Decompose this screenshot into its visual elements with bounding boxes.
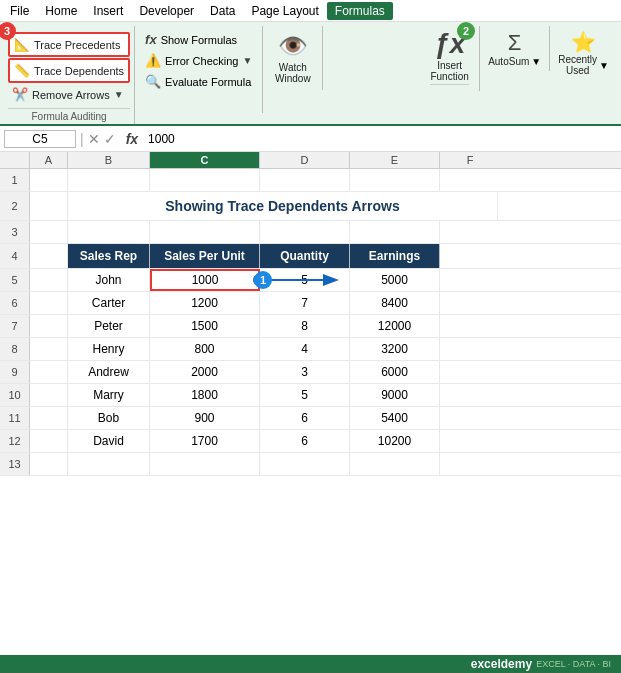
- cell-e8[interactable]: 3200: [350, 338, 440, 360]
- menu-data[interactable]: Data: [202, 2, 243, 20]
- cell-c3[interactable]: [150, 221, 260, 243]
- cell-b11[interactable]: Bob: [68, 407, 150, 429]
- cell-f6[interactable]: [440, 292, 500, 314]
- cell-f4[interactable]: [440, 244, 500, 268]
- cell-d10[interactable]: 5: [260, 384, 350, 406]
- col-header-c[interactable]: C: [150, 152, 260, 168]
- cell-f1[interactable]: [440, 169, 500, 191]
- cell-b12[interactable]: David: [68, 430, 150, 452]
- cell-a12[interactable]: [30, 430, 68, 452]
- cell-c1[interactable]: [150, 169, 260, 191]
- cell-b10[interactable]: Marry: [68, 384, 150, 406]
- cell-c12[interactable]: 1700: [150, 430, 260, 452]
- confirm-icon[interactable]: ✓: [104, 131, 116, 147]
- cell-d4-header[interactable]: Quantity: [260, 244, 350, 268]
- cell-d13[interactable]: [260, 453, 350, 475]
- col-header-b[interactable]: B: [68, 152, 150, 168]
- cell-e7[interactable]: 12000: [350, 315, 440, 337]
- cell-e10[interactable]: 9000: [350, 384, 440, 406]
- cell-a9[interactable]: [30, 361, 68, 383]
- trace-dependents-btn[interactable]: 📏 Trace Dependents: [8, 58, 130, 83]
- cell-d3[interactable]: [260, 221, 350, 243]
- remove-arrows-dropdown[interactable]: ▼: [114, 89, 124, 100]
- evaluate-formula-btn[interactable]: 🔍 Evaluate Formula: [141, 72, 256, 91]
- cell-b1[interactable]: [68, 169, 150, 191]
- cell-f9[interactable]: [440, 361, 500, 383]
- cell-b13[interactable]: [68, 453, 150, 475]
- menu-file[interactable]: File: [2, 2, 37, 20]
- cell-a1[interactable]: [30, 169, 68, 191]
- cell-c13[interactable]: [150, 453, 260, 475]
- cell-a4[interactable]: [30, 244, 68, 268]
- col-header-e[interactable]: E: [350, 152, 440, 168]
- cell-d5[interactable]: 5: [260, 269, 350, 291]
- recently-used-dropdown[interactable]: ▼: [599, 60, 609, 71]
- cell-c11[interactable]: 900: [150, 407, 260, 429]
- cell-e12[interactable]: 10200: [350, 430, 440, 452]
- cell-a7[interactable]: [30, 315, 68, 337]
- cell-f8[interactable]: [440, 338, 500, 360]
- cell-f13[interactable]: [440, 453, 500, 475]
- cell-b8[interactable]: Henry: [68, 338, 150, 360]
- cell-c10[interactable]: 1800: [150, 384, 260, 406]
- cell-f11[interactable]: [440, 407, 500, 429]
- menu-home[interactable]: Home: [37, 2, 85, 20]
- name-box[interactable]: C5: [4, 130, 76, 148]
- cell-f12[interactable]: [440, 430, 500, 452]
- cell-e13[interactable]: [350, 453, 440, 475]
- cell-a2[interactable]: [30, 192, 68, 220]
- watch-window-label[interactable]: WatchWindow: [275, 62, 311, 84]
- cell-f10[interactable]: [440, 384, 500, 406]
- cell-c5-selected[interactable]: 1000 1: [150, 269, 260, 291]
- menu-developer[interactable]: Developer: [131, 2, 202, 20]
- cell-a5[interactable]: [30, 269, 68, 291]
- menu-pagelayout[interactable]: Page Layout: [243, 2, 326, 20]
- cell-a13[interactable]: [30, 453, 68, 475]
- cell-d12[interactable]: 6: [260, 430, 350, 452]
- cell-e11[interactable]: 5400: [350, 407, 440, 429]
- autosum-label[interactable]: AutoSum: [488, 56, 529, 67]
- cell-d9[interactable]: 3: [260, 361, 350, 383]
- col-header-d[interactable]: D: [260, 152, 350, 168]
- cell-b4-header[interactable]: Sales Rep: [68, 244, 150, 268]
- insert-function-label[interactable]: InsertFunction: [430, 60, 468, 82]
- remove-arrows-btn[interactable]: ✂️ Remove Arrows ▼: [8, 84, 130, 105]
- trace-precedents-btn[interactable]: 📐 Trace Precedents: [8, 32, 130, 57]
- col-header-a[interactable]: A: [30, 152, 68, 168]
- cell-f3[interactable]: [440, 221, 500, 243]
- error-checking-btn[interactable]: ⚠️ Error Checking ▼: [141, 51, 256, 70]
- cell-a11[interactable]: [30, 407, 68, 429]
- recently-used-label[interactable]: RecentlyUsed: [558, 54, 597, 76]
- cell-c9[interactable]: 2000: [150, 361, 260, 383]
- cell-d1[interactable]: [260, 169, 350, 191]
- cell-b7[interactable]: Peter: [68, 315, 150, 337]
- autosum-dropdown[interactable]: ▼: [531, 56, 541, 67]
- cell-a3[interactable]: [30, 221, 68, 243]
- cell-c7[interactable]: 1500: [150, 315, 260, 337]
- error-checking-dropdown[interactable]: ▼: [242, 55, 252, 66]
- cell-c8[interactable]: 800: [150, 338, 260, 360]
- cell-b6[interactable]: Carter: [68, 292, 150, 314]
- cell-d7[interactable]: 8: [260, 315, 350, 337]
- cell-f5[interactable]: [440, 269, 500, 291]
- cancel-icon[interactable]: ✕: [88, 131, 100, 147]
- cell-e4-header[interactable]: Earnings: [350, 244, 440, 268]
- cell-b3[interactable]: [68, 221, 150, 243]
- show-formulas-btn[interactable]: fx Show Formulas: [141, 30, 256, 49]
- col-header-f[interactable]: F: [440, 152, 500, 168]
- cell-f7[interactable]: [440, 315, 500, 337]
- cell-c4-header[interactable]: Sales Per Unit: [150, 244, 260, 268]
- cell-e1[interactable]: [350, 169, 440, 191]
- cell-e3[interactable]: [350, 221, 440, 243]
- cell-c6[interactable]: 1200: [150, 292, 260, 314]
- menu-formulas[interactable]: Formulas: [327, 2, 393, 20]
- cell-b5[interactable]: John: [68, 269, 150, 291]
- cell-e6[interactable]: 8400: [350, 292, 440, 314]
- cell-e5[interactable]: 5000: [350, 269, 440, 291]
- cell-d8[interactable]: 4: [260, 338, 350, 360]
- cell-b9[interactable]: Andrew: [68, 361, 150, 383]
- menu-insert[interactable]: Insert: [85, 2, 131, 20]
- cell-a10[interactable]: [30, 384, 68, 406]
- cell-d11[interactable]: 6: [260, 407, 350, 429]
- cell-a6[interactable]: [30, 292, 68, 314]
